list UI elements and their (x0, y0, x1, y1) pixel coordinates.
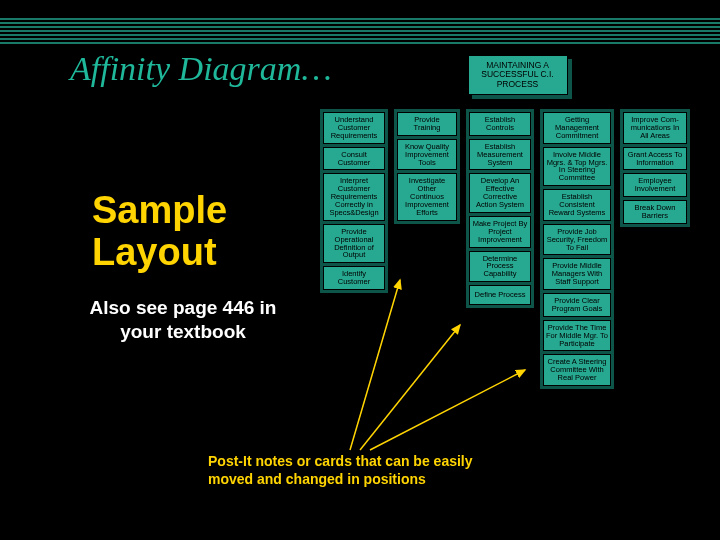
affinity-column: Improve Com-munications In All AreasGran… (620, 109, 690, 227)
affinity-card: Provide Job Security, Freedom To Fail (543, 224, 611, 256)
affinity-card: Know Quality Improvement Tools (397, 139, 457, 171)
textbook-reference: Also see page 446 in your textbook (88, 296, 278, 344)
affinity-card: Create A Steering Committee With Real Po… (543, 354, 611, 386)
sample-layout-heading: SampleLayout (92, 190, 227, 274)
affinity-card: Define Process (469, 285, 531, 305)
affinity-card: Employee Involvement (623, 173, 687, 197)
affinity-column: Provide TrainingKnow Quality Improvement… (394, 109, 460, 224)
affinity-card: Grant Access To Information (623, 147, 687, 171)
diagram-root-label: MAINTAINING A SUCCESSFUL C.I. PROCESS (468, 55, 568, 95)
affinity-card: Develop An Effective Corrective Action S… (469, 173, 531, 213)
affinity-card: Investigate Other Continuos Improvement … (397, 173, 457, 220)
affinity-card: Establish Controls (469, 112, 531, 136)
decorative-stripes (0, 18, 720, 46)
affinity-card: Provide The Time For Middle Mgr. To Part… (543, 320, 611, 352)
affinity-card: Involve Middle Mgrs. & Top Mgrs. In Stee… (543, 147, 611, 187)
affinity-card: Establish Measurement System (469, 139, 531, 171)
postit-caption: Post-It notes or cards that can be easil… (208, 452, 508, 488)
affinity-diagram: MAINTAINING A SUCCESSFUL C.I. PROCESS Un… (320, 55, 715, 389)
affinity-card: Determine Process Capability (469, 251, 531, 283)
affinity-card: Getting Management Commitment (543, 112, 611, 144)
affinity-card: Provide Middle Managers With Staff Suppo… (543, 258, 611, 290)
affinity-column: Establish ControlsEstablish Measurement … (466, 109, 534, 308)
affinity-card: Provide Training (397, 112, 457, 136)
affinity-column: Getting Management CommitmentInvolve Mid… (540, 109, 614, 389)
affinity-column: Understand Customer RequirementsConsult … (320, 109, 388, 293)
diagram-root-card: MAINTAINING A SUCCESSFUL C.I. PROCESS (468, 55, 568, 95)
affinity-card: Understand Customer Requirements (323, 112, 385, 144)
affinity-card: Provide Operational Definition of Output (323, 224, 385, 264)
affinity-card: Interpret Customer Requirements Correctl… (323, 173, 385, 220)
affinity-card: Improve Com-munications In All Areas (623, 112, 687, 144)
affinity-card: Identify Customer (323, 266, 385, 290)
slide-title: Affinity Diagram… (70, 50, 332, 88)
affinity-card: Consult Customer (323, 147, 385, 171)
affinity-card: Make Project By Project Improvement (469, 216, 531, 248)
affinity-card: Provide Clear Program Goals (543, 293, 611, 317)
affinity-card: Establish Consistent Reward Systems (543, 189, 611, 221)
affinity-card: Break Down Barriers (623, 200, 687, 224)
